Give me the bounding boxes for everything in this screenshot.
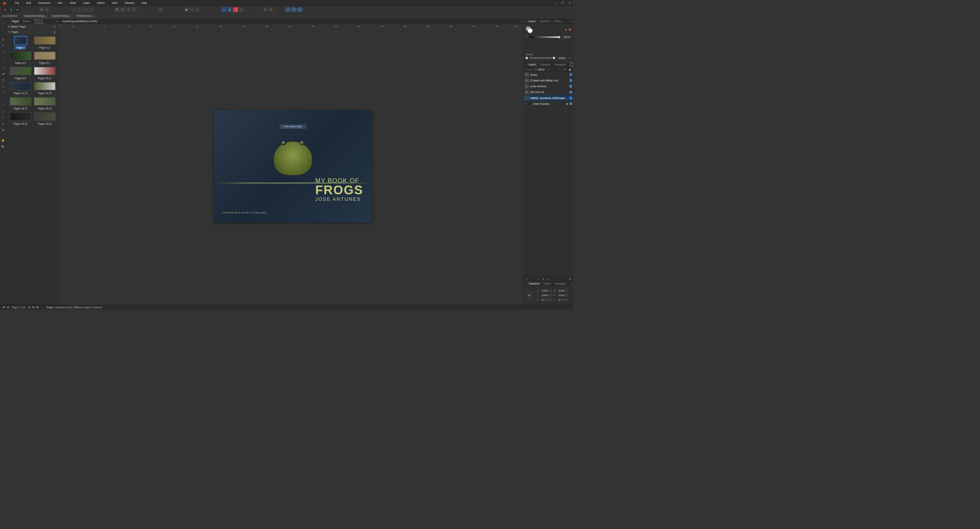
menu-edit[interactable]: Edit [23,0,34,6]
arrange-back-icon[interactable]: ▫ [71,7,76,12]
transform-x-input[interactable] [541,289,552,293]
colour-tab[interactable]: Colour [527,20,537,23]
pages-tab[interactable]: Pages [10,20,21,23]
panel-menu-icon[interactable]: ≡ [570,282,573,285]
move-tool-icon[interactable]: ↖ [1,21,6,25]
panel-menu-icon[interactable]: ≡ [570,20,573,23]
clip-canvas-icon[interactable] [291,7,297,12]
preview-mode-icon[interactable] [285,7,291,12]
page-thumb-1[interactable] [15,36,27,44]
page-thumb-6-7[interactable] [34,52,56,60]
expand-layer-icon[interactable]: ▸ [525,102,526,105]
next-page-icon[interactable]: ▶ [28,306,31,309]
last-page-icon[interactable]: ⏭ [32,306,35,309]
order-back-icon[interactable]: ⬆ [39,7,44,12]
menu-file[interactable]: File [11,0,23,6]
picture-frame-tool-icon[interactable]: ▣ [1,72,6,76]
pan-tool-icon[interactable]: ✋ [1,138,6,143]
snap-spread-icon[interactable]: ▮ [227,7,232,12]
arrange-front-icon[interactable]: ▫ [88,7,93,12]
guide-h-icon[interactable]: ┼ [263,7,268,12]
arrange-forward-icon[interactable]: ▫ [82,7,88,12]
zoom-tool-icon[interactable]: 🔍 [1,144,6,149]
layer-visible-checkbox[interactable] [570,103,572,105]
page-thumb-16-17[interactable] [10,97,31,105]
rotate-ccw-icon[interactable]: ↶ [126,7,131,12]
swatches-tab[interactable]: Swatches [538,20,552,23]
persona-photo[interactable] [15,7,20,12]
fx-icon[interactable]: ✦ [45,7,50,12]
mask-icon[interactable]: ▭ [537,277,540,280]
layers-tab[interactable]: Layers [527,63,538,66]
arrange-backward-icon[interactable]: ▫ [77,7,82,12]
pages-list[interactable]: Page 1 Pages 2,3 Pages 4,5 Pages 6,7 Pag… [7,35,59,305]
spread-setup-button[interactable]: Spread Setup... [50,14,73,18]
rectangle-tool-icon[interactable]: ▭ [1,90,6,95]
page-view-icon[interactable]: ▫ [41,30,44,34]
tint-slider[interactable] [530,36,560,38]
window-minimize[interactable]: — [552,0,559,6]
window-restore[interactable]: ❐ [559,0,566,6]
pen-tool-icon[interactable]: ✒ [1,50,6,54]
fx-label-icon[interactable]: fx [547,277,550,280]
facing-pages-icon[interactable]: ▫▫ [49,25,52,28]
document-setup-button[interactable]: Document Setup... [22,14,49,18]
snapping-dropdown-icon[interactable]: ▾ [239,7,244,12]
rotate-cw-icon[interactable]: ↷ [132,7,137,12]
table-tool-icon[interactable]: ▦ [1,128,6,132]
add-spread-icon[interactable]: ▫▫ [49,30,52,34]
add-layer-icon[interactable]: ▫ [559,277,562,280]
layer-status-icon[interactable]: ◫ [525,277,528,280]
eyedropper-icon[interactable]: ✎ [565,28,567,31]
delete-master-icon[interactable]: 🗑 [53,25,57,28]
page-thumb-14-15[interactable] [34,82,56,90]
tint-value[interactable]: 100 % [562,36,571,39]
layer-visible-checkbox[interactable] [570,85,572,87]
triangle-tool-icon[interactable]: △ [1,109,6,114]
preflight-icon[interactable] [297,7,302,12]
layer-visible-checkbox[interactable] [570,79,572,81]
flip-h-icon[interactable]: ⇋ [114,7,119,12]
layer-row[interactable]: A (Jose antunes) [523,83,573,89]
add-page-icon[interactable]: ▫ [45,30,49,34]
layer-visible-checkbox[interactable] [570,73,572,76]
page-thumb-4-5[interactable] [10,52,31,60]
page-thumb-20-21[interactable] [10,112,31,120]
opacity-value[interactable]: 100 % [557,57,566,60]
transform-r-input[interactable] [541,298,552,302]
menu-view[interactable]: View [108,0,121,6]
navigator-tab[interactable]: Navigator [553,282,567,285]
first-page-icon[interactable]: ⏮ [2,306,5,309]
layer-opacity-dropdown-icon[interactable]: ▾ [547,68,550,71]
close-document-icon[interactable]: ✕ [519,20,523,23]
layer-row[interactable]: ▸ (Dark (Footer)) 🔒 [523,101,573,107]
page-thumb-2-3[interactable] [34,36,56,44]
fill-tool-icon[interactable]: ✎ [1,65,6,70]
page-thumb-8-9[interactable] [10,67,31,75]
transform-h-input[interactable] [557,293,569,297]
layer-lock-icon[interactable]: 🔒 [568,68,572,71]
snapping-toggle-icon[interactable]: 🧲 [233,7,238,12]
page-thumb-22-23[interactable] [34,112,56,120]
transform-w-input[interactable] [557,289,569,293]
persona-designer[interactable] [8,7,14,12]
artistic-text-tool-icon[interactable]: A [1,122,6,126]
layer-opacity-value[interactable]: 100 % [534,68,545,71]
rounded-rect-tool-icon[interactable]: ▢ [1,103,6,107]
menu-text[interactable]: Text [54,0,66,6]
node-tool-icon[interactable]: ▷ [1,27,6,32]
menu-layer[interactable]: Layer [80,0,93,6]
add-group-icon[interactable]: ▫ [564,277,567,280]
layer-settings-icon[interactable]: ⚙ [563,68,567,71]
page-thumb-12-13[interactable] [10,82,31,90]
fill-swatch[interactable] [528,28,533,33]
delete-page-icon[interactable]: 🗑 [53,30,57,34]
pages-expand-icon[interactable] [8,31,10,33]
character-tab[interactable]: Character [538,63,552,66]
paragraph-tab[interactable]: Paragraph [552,63,567,66]
vector-brush-tool-icon[interactable]: ╲ [1,59,6,63]
layer-row[interactable]: A (Created with Affinity Pub) [523,78,573,83]
guide-v-icon[interactable]: ┼ [268,7,274,12]
page-thumb-18-19[interactable] [34,97,56,105]
image-tool-icon[interactable]: ☒ [1,78,6,82]
